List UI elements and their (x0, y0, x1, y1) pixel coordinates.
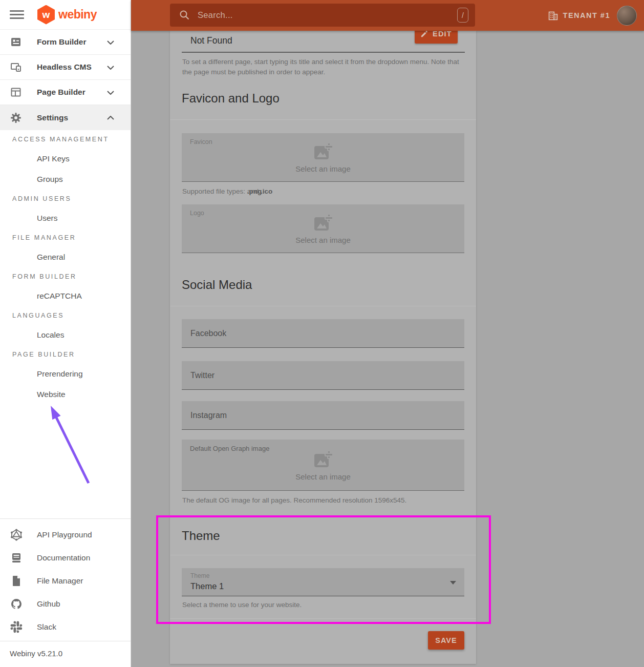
topbar: Search... / TENANT #1 (131, 0, 644, 31)
tenant-selector[interactable]: TENANT #1 (548, 0, 610, 31)
book-icon (10, 552, 23, 564)
select-image-label: Select an image (295, 472, 351, 481)
sidebar-item-documentation[interactable]: Documentation (0, 546, 131, 569)
add-image-icon (313, 141, 333, 161)
twitter-input-label: Twitter (190, 371, 214, 380)
theme-helper-text: Select a theme to use for your website. (182, 601, 302, 609)
facebook-input-label: Facebook (190, 329, 226, 338)
submenu-item-general[interactable]: General (0, 247, 131, 267)
search-input[interactable]: Search... / (170, 4, 475, 27)
og-image-dropzone[interactable]: Default Open Graph image Select an image (182, 440, 464, 491)
add-image-icon (313, 213, 333, 232)
divider (170, 555, 476, 555)
not-found-page-field[interactable]: Not Found EDIT (182, 31, 465, 53)
sidebar-item-label: Settings (37, 113, 68, 122)
select-image-label: Select an image (295, 164, 351, 173)
sidebar-item-label: Headless CMS (37, 62, 92, 72)
sidebar-item-slack[interactable]: Slack (0, 615, 131, 638)
chevron-down-icon (107, 66, 114, 70)
sidebar-item-page-builder[interactable]: Page Builder (0, 80, 131, 105)
submenu-section-access-management: ACCESS MANAGEMENT (0, 130, 131, 149)
submenu-section-file-manager: FILE MANAGER (0, 228, 131, 247)
theme-select-value: Theme 1 (190, 581, 224, 591)
edit-button-label: EDIT (433, 30, 452, 38)
theme-select[interactable]: Theme Theme 1 (182, 568, 464, 596)
divider (170, 306, 476, 306)
submenu-item-groups[interactable]: Groups (0, 169, 131, 190)
headless-cms-icon (10, 61, 22, 73)
chevron-down-icon (450, 581, 456, 585)
form-builder-icon (10, 36, 22, 48)
sidebar: w webiny Form Builder Headless CM (0, 0, 131, 667)
search-icon (179, 10, 190, 20)
pencil-icon (420, 30, 428, 38)
not-found-page-value: Not Found (190, 35, 232, 46)
facebook-input[interactable]: Facebook (182, 319, 464, 348)
sidebar-item-settings[interactable]: Settings (0, 105, 131, 130)
logo-field-label: Logo (190, 210, 204, 217)
main-content: Not Found EDIT To set a different page, … (131, 31, 644, 667)
chevron-down-icon (107, 91, 114, 95)
section-title-social-media: Social Media (182, 278, 252, 292)
sidebar-item-api-playground[interactable]: API Playground (0, 523, 131, 546)
divider (170, 618, 476, 619)
sidebar-item-form-builder[interactable]: Form Builder (0, 30, 131, 55)
submenu-item-website[interactable]: Website (0, 384, 131, 405)
sidebar-item-headless-cms[interactable]: Headless CMS (0, 55, 131, 80)
logo-image-dropzone[interactable]: Logo Select an image (182, 204, 464, 253)
avatar[interactable] (617, 6, 637, 26)
file-types-helper: Supported file types: .png and .ico . (182, 187, 263, 195)
og-helper-text: The default OG image for all pages. Reco… (182, 496, 406, 504)
divider (170, 119, 476, 120)
submenu-section-admin-users: ADMIN USERS (0, 190, 131, 208)
slack-icon (10, 621, 23, 633)
instagram-input-label: Instagram (190, 411, 227, 420)
sidebar-header: w webiny (0, 0, 131, 30)
tenant-label: TENANT #1 (563, 11, 610, 19)
submenu-item-api-keys[interactable]: API Keys (0, 149, 131, 169)
chevron-down-icon (107, 40, 114, 45)
sidebar-item-label: Github (37, 599, 60, 609)
hamburger-menu-icon[interactable] (10, 8, 24, 21)
instagram-input[interactable]: Instagram (182, 401, 464, 430)
section-title-favicon-logo: Favicon and Logo (182, 91, 280, 106)
webiny-logo-text: webiny (58, 8, 97, 22)
favicon-field-label: Favicon (190, 138, 212, 145)
sidebar-item-file-manager[interactable]: File Manager (0, 569, 131, 592)
submenu-section-languages: LANGUAGES (0, 306, 131, 325)
app-version: Webiny v5.21.0 (0, 641, 131, 658)
submenu-item-users[interactable]: Users (0, 208, 131, 228)
submenu-item-prerendering[interactable]: Prerendering (0, 364, 131, 384)
submenu-section-form-builder: FORM BUILDER (0, 267, 131, 286)
sidebar-item-label: Slack (37, 622, 56, 632)
submenu-item-locales[interactable]: Locales (0, 325, 131, 345)
submenu-item-recaptcha[interactable]: reCAPTCHA (0, 286, 131, 306)
not-found-helper-text: To set a different page, start typing it… (182, 57, 462, 78)
sidebar-item-label: API Playground (37, 530, 92, 539)
sidebar-item-label: Page Builder (37, 88, 85, 97)
graphql-icon (10, 529, 23, 541)
sidebar-item-label: Form Builder (37, 37, 86, 47)
section-title-theme: Theme (182, 529, 220, 543)
sidebar-item-label: File Manager (37, 576, 83, 586)
chevron-up-icon (107, 116, 114, 120)
webiny-logo[interactable]: w webiny (37, 5, 97, 25)
website-settings-card: Not Found EDIT To set a different page, … (170, 31, 476, 664)
twitter-input[interactable]: Twitter (182, 361, 464, 390)
app-window: w webiny Form Builder Headless CM (0, 0, 644, 667)
save-button[interactable]: SAVE (428, 631, 464, 650)
search-placeholder: Search... (198, 10, 233, 20)
gear-icon (10, 112, 22, 124)
file-icon (10, 575, 23, 587)
webiny-logo-hexagon: w (37, 5, 55, 25)
add-image-icon (313, 449, 333, 469)
theme-select-label: Theme (190, 572, 209, 579)
github-icon (10, 598, 23, 610)
favicon-image-dropzone[interactable]: Favicon Select an image (182, 133, 464, 182)
sidebar-item-github[interactable]: Github (0, 592, 131, 615)
sidebar-bottom: API Playground Documentation File Manage… (0, 518, 131, 658)
sidebar-item-label: Documentation (37, 553, 90, 562)
settings-submenu: ACCESS MANAGEMENT API Keys Groups ADMIN … (0, 130, 131, 405)
select-image-label: Select an image (295, 236, 351, 244)
og-image-field-label: Default Open Graph image (190, 445, 269, 452)
